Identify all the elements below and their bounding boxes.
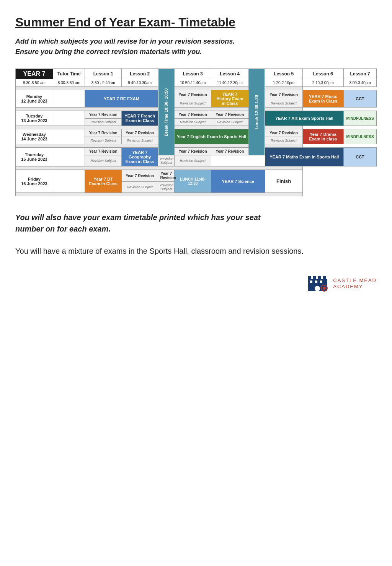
monday-row1: Monday 12 June 2023 YEAR 7 RE EXAM Year … [16, 90, 377, 99]
svg-point-11 [323, 287, 326, 290]
monday-l5-top: Year 7 Revision [265, 90, 302, 99]
friday-lunch: LUNCH 11:40-12:30 [175, 170, 211, 193]
col-l2: Lesson 2 [121, 69, 158, 79]
col-l3: Lesson 3 [175, 69, 211, 79]
thursday-l567-exam: YEAR 7 Maths Exam in Sports Hall [265, 148, 343, 166]
wednesday-l6-exam: Year 7 DramaExam In class [302, 129, 343, 144]
timetable-wrapper: YEAR 7 Tutor Time Lesson 1 Lesson 2 Brea… [15, 69, 377, 196]
time-l4: 11.40-12.30pm [211, 79, 248, 87]
tuesday-l567-exam: YEAR 7 Art Exam Sports Hall [265, 111, 343, 126]
wednesday-l5-bot: Revision Subject [265, 137, 302, 144]
break-col: Break Time 10:30- 10:50 [158, 69, 175, 155]
svg-rect-2 [318, 276, 321, 279]
friday-l2-top: Year 7 Revision [121, 170, 158, 182]
thursday-l4-bot: Revision Subject [175, 155, 211, 166]
monday-tutor [53, 90, 85, 108]
time-row: 8:30-8:50 am 8:30-8:50 am 8:50 - 9.40am … [16, 79, 377, 87]
svg-rect-9 [315, 286, 320, 291]
thursday-l3-top: Year 7 Revision [175, 148, 211, 155]
time-l7: 3.00-3.40pm [343, 79, 376, 87]
tuesday-row1: Tuesday 13 June 2023 Year 7 Revision YEA… [16, 111, 377, 119]
logo-text: CASTLE MEAD ACADEMY [333, 277, 377, 289]
col-l4: Lesson 4 [211, 69, 248, 79]
monday-l4-exam: YEAR 7History Examin Class [211, 90, 248, 108]
time-l1: 8:50 - 9.40am [85, 79, 121, 87]
friday-finish: Finish [265, 170, 302, 193]
time-l2: 9.40-10.30am [121, 79, 158, 87]
monday-l5-bot: Revision Subject [265, 99, 302, 108]
friday-tutor [53, 170, 85, 193]
time-l6: 2.10-3.00pm [302, 79, 343, 87]
svg-rect-6 [315, 281, 317, 283]
thursday-l4-top: Year 7 Revision [211, 148, 248, 155]
tuesday-l4-top: Year 7 Revision [211, 111, 248, 119]
year-label: YEAR 7 [16, 69, 53, 79]
header-row: YEAR 7 Tutor Time Lesson 1 Lesson 2 Brea… [16, 69, 377, 79]
monday-l3-top: Year 7 Revision [175, 90, 211, 99]
lunch-col: Lunch 12:30-1:20 [248, 69, 265, 155]
friday-row1: Friday 16 June 2023 Year 7 DTExam in Cla… [16, 170, 377, 182]
logo-area: CASTLE MEAD ACADEMY [15, 272, 377, 295]
thursday-tutor [53, 148, 85, 166]
time-l3: 10.50-11.40am [175, 79, 211, 87]
monday-l12-exam: YEAR 7 RE EXAM [85, 90, 158, 108]
svg-rect-7 [320, 281, 322, 283]
wednesday-l34-exam: Year 7 English Exam In Sports Hall [175, 129, 248, 144]
time-tutor2: 8:30-8:50 am [53, 79, 85, 87]
thursday-row1: Thursday 15 June 2023 Year 7 Revision YE… [16, 148, 377, 155]
time-l5: 1.20-2.10pm [265, 79, 302, 87]
col-l5: Lesson 5 [265, 69, 302, 79]
spacer-friday-top [16, 166, 377, 170]
col-l6: Lesson 6 [302, 69, 343, 79]
monday-label: Monday 12 June 2023 [16, 90, 53, 108]
wednesday-row1: Wednesday 14 June 2023 Year 7 Revision Y… [16, 129, 377, 137]
footer-normal: You will have a mixture of exams in the … [15, 245, 377, 257]
wednesday-l1-bot: Revision Subject [85, 137, 121, 144]
friday-l1-exam: Year 7 DTExam in Class [85, 170, 121, 193]
svg-rect-5 [310, 281, 312, 283]
page-title: Summer End of Year Exam- Timetable [15, 15, 377, 29]
thursday-l1-top: Year 7 Revision [85, 148, 121, 155]
wednesday-l1-top: Year 7 Revision [85, 129, 121, 137]
tuesday-l4-bot: Revision Subject [211, 119, 248, 126]
tuesday-l3-bot: Revision Subject [175, 119, 211, 126]
col-l7: Lesson 7 [343, 69, 376, 79]
monday-l3-bot: Revision Subject [175, 99, 211, 108]
friday-l2-bot: Revision Subject [121, 182, 158, 193]
friday-l3-bot: Revision Subject [158, 182, 175, 193]
wednesday-l2-top: Year 7 Revision [121, 129, 158, 137]
spacer-thursday-top [16, 144, 377, 148]
svg-rect-1 [313, 276, 316, 279]
spacer-tuesday-top [16, 108, 377, 111]
col-tutor: Tutor Time [53, 69, 85, 79]
tuesday-l2-exam: YEAR 7 FrenchExam in Class [121, 111, 158, 126]
wednesday-l2-bot: Revision Subject [121, 137, 158, 144]
tuesday-tutor [53, 111, 85, 126]
castle-mead-logo-icon [306, 272, 329, 295]
friday-science-exam: YEAR 7 Science [211, 170, 265, 193]
spacer-bottom [16, 193, 377, 196]
thursday-label: Thursday 15 June 2023 [16, 148, 53, 166]
wednesday-label: Wednesday 14 June 2023 [16, 129, 53, 144]
timetable: YEAR 7 Tutor Time Lesson 1 Lesson 2 Brea… [15, 69, 377, 196]
wednesday-tutor [53, 129, 85, 144]
monday-l7: CCT [343, 90, 376, 108]
friday-label: Friday 16 June 2023 [16, 170, 53, 193]
friday-l3-top: Year 7 Revision [158, 170, 175, 182]
tuesday-l1-bot: Revision Subject [85, 119, 121, 126]
col-l1: Lesson 1 [85, 69, 121, 79]
spacer-wednesday-top [16, 126, 377, 129]
thursday-l2-exam: YEAR 7GeographyExam in Class [121, 148, 158, 166]
tuesday-mindfulness: MINDFULNESS [343, 111, 376, 126]
thursday-l3-bot: Revision Subject [158, 155, 175, 166]
tuesday-label: Tuesday 13 June 2023 [16, 111, 53, 126]
time-tutor: 8:30-8:50 am [16, 79, 53, 87]
thursday-l1-bot: Revision Subject [85, 155, 121, 166]
footer-italic: You will also have your exam timetable p… [15, 212, 377, 235]
tuesday-l3-top: Year 7 Revision [175, 111, 211, 119]
wednesday-l5-top: Year 7 Revision [265, 129, 302, 137]
wednesday-mindfulness: MINDFULNESS [343, 129, 376, 144]
spacer-monday-top [16, 87, 377, 90]
svg-rect-0 [308, 276, 311, 279]
svg-rect-3 [323, 276, 326, 279]
